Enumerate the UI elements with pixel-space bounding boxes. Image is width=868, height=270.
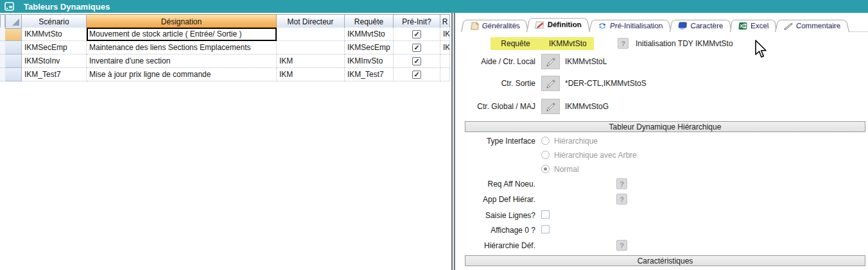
cell-requete[interactable]: IKMMvtSto bbox=[345, 28, 394, 41]
tab-caractere[interactable]: Caractère bbox=[670, 20, 732, 32]
initialisation-text: Initialisation TDY IKMMvtSto bbox=[636, 39, 733, 48]
column-header-pre-init[interactable]: Pré-Init? bbox=[394, 14, 440, 29]
cell-designation-focused[interactable]: Mouvement de stock article ( Entrée/ Sor… bbox=[87, 28, 277, 41]
cell-designation[interactable]: Maintenance des liens Sections Emplaceme… bbox=[87, 41, 277, 55]
radio-hierarchique[interactable]: Hiérarchique bbox=[541, 136, 598, 146]
svg-text:X: X bbox=[739, 23, 743, 30]
radio-icon[interactable] bbox=[541, 137, 550, 145]
field-row-ctr-global-maj: Ctr. Global / MAJ IKMMvtStoG bbox=[457, 98, 609, 114]
field-row-aide-ctr-local: Aide / Ctr. Local IKMMvtStoL bbox=[457, 53, 607, 69]
window-title: Tableurs Dynamiques bbox=[24, 2, 110, 12]
monitor-icon bbox=[678, 22, 688, 30]
hierarchie-def-row: Hiérarchie Déf. bbox=[457, 240, 535, 251]
tab-label: Excel bbox=[751, 22, 769, 30]
sync-arrows-icon bbox=[596, 22, 607, 30]
table-corner-gutter bbox=[0, 14, 5, 29]
req-aff-noeu-label: Req Aff Noeu. bbox=[457, 180, 535, 189]
checkbox-checked[interactable]: ✓ bbox=[412, 44, 421, 52]
cell-pre-init[interactable]: ✓ bbox=[394, 28, 440, 41]
cell-requete[interactable]: IKMSecEmp bbox=[345, 41, 394, 55]
vertical-splitter[interactable] bbox=[450, 13, 457, 270]
hierarchie-def-help-button[interactable]: ? bbox=[616, 240, 627, 251]
writing-hand-icon bbox=[545, 56, 557, 67]
red-pencil-pad-icon bbox=[535, 21, 545, 29]
radio-normal[interactable]: Normal bbox=[541, 164, 579, 174]
field-label: Ctr. Sortie bbox=[457, 79, 535, 88]
cell-mot-directeur[interactable] bbox=[277, 28, 345, 41]
affichage-0-checkbox[interactable] bbox=[541, 225, 550, 233]
detail-panel: Généralités Définition Pré-Initialisatio… bbox=[457, 13, 868, 270]
radio-icon[interactable] bbox=[541, 165, 550, 173]
app-def-hierar-help-button[interactable]: ? bbox=[616, 194, 627, 205]
row-selector[interactable] bbox=[5, 28, 22, 41]
pencil-icon bbox=[783, 22, 794, 30]
radio-label: Hiérarchique avec Arbre bbox=[554, 151, 637, 160]
select-all-corner[interactable] bbox=[5, 14, 22, 29]
checkbox-checked[interactable]: ✓ bbox=[412, 71, 421, 79]
section-header-hierarchique: Tableur Dynamique Hiérarchique bbox=[465, 121, 865, 132]
cell-pre-init[interactable]: ✓ bbox=[394, 41, 440, 55]
cell-mot-directeur[interactable] bbox=[277, 41, 345, 55]
tab-pre-initialisation[interactable]: Pré-Initialisation bbox=[589, 20, 672, 32]
hierarchie-def-label: Hiérarchie Déf. bbox=[457, 241, 535, 250]
edit-control-button[interactable] bbox=[541, 76, 560, 91]
cell-mot-directeur[interactable]: IKM bbox=[277, 68, 345, 81]
window-titlebar: Tableurs Dynamiques bbox=[0, 0, 868, 13]
cell-requete[interactable]: IKM_Test7 bbox=[345, 68, 394, 81]
saisie-lignes-checkbox[interactable] bbox=[541, 210, 550, 219]
row-selector[interactable] bbox=[5, 55, 22, 68]
requete-field-highlight[interactable]: Requête IKMMvtSto bbox=[490, 37, 594, 50]
field-value: IKMMvtStoL bbox=[565, 57, 607, 66]
req-aff-noeu-row: Req Aff Noeu. bbox=[457, 179, 535, 189]
requete-help-button[interactable]: ? bbox=[618, 38, 629, 49]
column-header-r[interactable]: R bbox=[440, 14, 450, 29]
radio-hierarchique-avec-arbre[interactable]: Hiérarchique avec Arbre bbox=[541, 150, 637, 160]
checkbox-checked[interactable]: ✓ bbox=[412, 57, 421, 65]
saisie-lignes-row: Saisie Lignes? bbox=[457, 210, 535, 221]
cell-r[interactable]: IKM bbox=[440, 28, 450, 41]
column-header-designation[interactable]: Désignation bbox=[87, 14, 277, 29]
tab-commentaire[interactable]: Commentaire bbox=[775, 20, 849, 32]
tab-label: Définition bbox=[548, 21, 582, 29]
radio-icon[interactable] bbox=[541, 151, 550, 159]
cell-r[interactable] bbox=[440, 68, 450, 81]
cell-scenario[interactable]: IKMStoInv bbox=[22, 55, 87, 68]
cell-r[interactable] bbox=[440, 55, 450, 68]
note-icon bbox=[469, 22, 480, 30]
tab-definition[interactable]: Définition bbox=[526, 18, 590, 32]
cell-mot-directeur[interactable]: IKM bbox=[277, 55, 345, 68]
edit-control-button[interactable] bbox=[541, 99, 560, 114]
cell-scenario[interactable]: IKMMvtSto bbox=[22, 28, 87, 41]
corner-triangle-icon bbox=[12, 19, 19, 26]
req-aff-noeu-help-button[interactable]: ? bbox=[616, 178, 627, 189]
field-value: IKMMvtStoG bbox=[565, 102, 609, 111]
type-interface-row: Type Interface bbox=[457, 136, 535, 146]
column-header-requete[interactable]: Requête bbox=[345, 14, 394, 29]
scenarios-table: Scénario Désignation Mot Directeur Requê… bbox=[0, 14, 450, 81]
column-header-scenario[interactable]: Scénario bbox=[22, 14, 87, 29]
cell-pre-init[interactable]: ✓ bbox=[394, 68, 440, 81]
type-interface-label: Type Interface bbox=[457, 137, 535, 146]
checkbox-checked[interactable]: ✓ bbox=[412, 30, 421, 38]
row-selector[interactable] bbox=[5, 68, 22, 81]
tab-excel[interactable]: X Excel bbox=[730, 20, 777, 32]
edit-control-button[interactable] bbox=[541, 54, 560, 69]
writing-hand-icon bbox=[545, 78, 557, 89]
cell-scenario[interactable]: IKMSecEmp bbox=[22, 41, 87, 55]
cell-pre-init[interactable]: ✓ bbox=[394, 55, 440, 68]
radio-label: Normal bbox=[554, 165, 579, 174]
cell-designation[interactable]: Mise à jour prix ligne de commande bbox=[87, 68, 277, 81]
cell-designation[interactable]: Inventaire d'une section bbox=[87, 55, 277, 68]
mouse-cursor-icon bbox=[754, 40, 767, 59]
cell-r[interactable]: IKM bbox=[440, 41, 450, 55]
tab-generalites[interactable]: Généralités bbox=[461, 20, 528, 32]
window-app-icon bbox=[4, 2, 14, 11]
excel-icon: X bbox=[738, 22, 747, 30]
requete-label: Requête bbox=[490, 39, 541, 48]
app-def-hierar-row: App Def Hiérar. bbox=[457, 194, 535, 205]
cell-scenario[interactable]: IKM_Test7 bbox=[22, 68, 87, 81]
cell-requete[interactable]: IKMInvSto bbox=[345, 55, 394, 68]
column-header-mot-directeur[interactable]: Mot Directeur bbox=[277, 14, 345, 29]
tab-label: Commentaire bbox=[795, 22, 841, 30]
row-selector[interactable] bbox=[5, 41, 22, 55]
